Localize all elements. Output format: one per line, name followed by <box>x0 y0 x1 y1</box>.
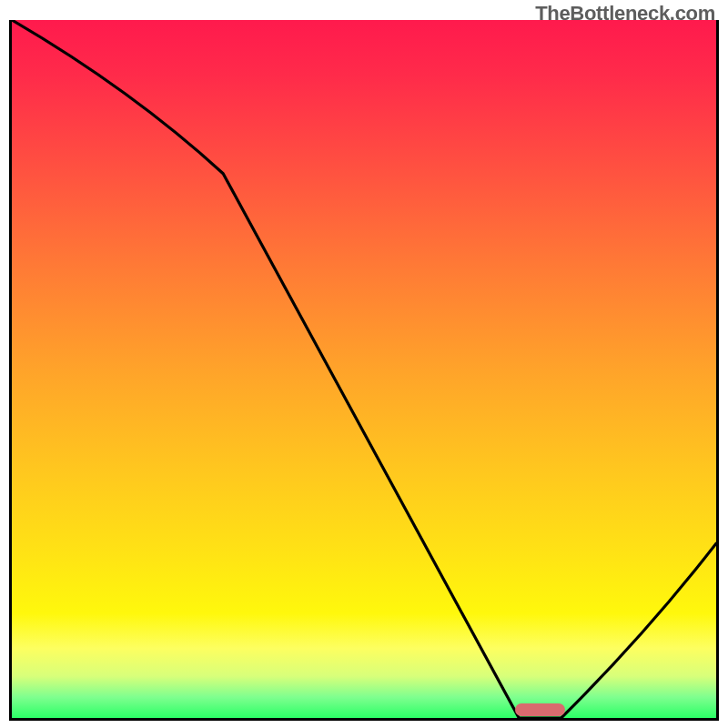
bottleneck-curve <box>12 20 716 718</box>
optimal-range-marker <box>515 703 564 716</box>
chart-plot-area <box>9 20 719 721</box>
